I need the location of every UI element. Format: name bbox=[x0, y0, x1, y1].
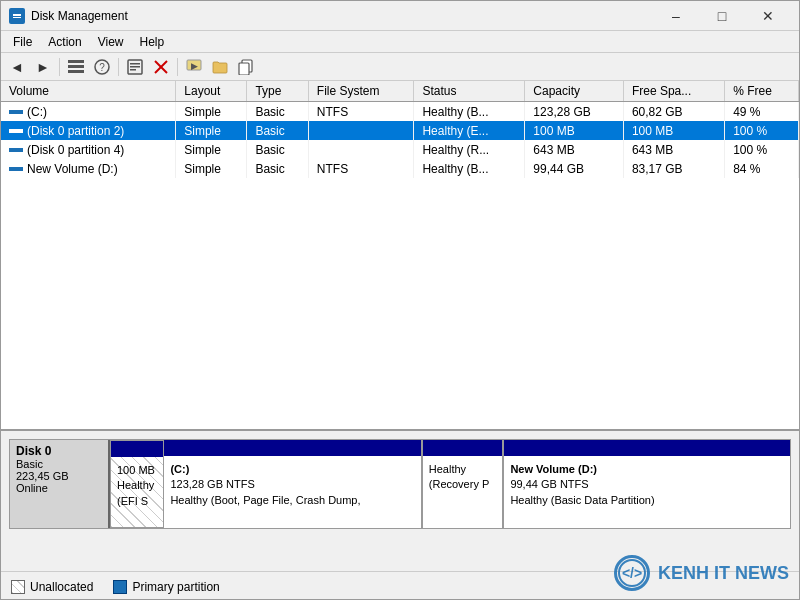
cell-type: Basic bbox=[247, 121, 308, 140]
partition-c[interactable]: (C:) 123,28 GB NTFS Healthy (Boot, Page … bbox=[164, 440, 422, 528]
partition-header-d bbox=[504, 440, 790, 456]
cell-status: Healthy (B... bbox=[414, 159, 525, 178]
svg-rect-9 bbox=[130, 63, 140, 65]
cell-pctfree: 100 % bbox=[725, 121, 799, 140]
cell-freespace: 83,17 GB bbox=[623, 159, 724, 178]
cell-volume: (Disk 0 partition 4) bbox=[1, 140, 176, 159]
title-bar: Disk Management – □ ✕ bbox=[1, 1, 799, 31]
cell-type: Basic bbox=[247, 140, 308, 159]
help-button[interactable]: ? bbox=[90, 56, 114, 78]
svg-rect-10 bbox=[130, 66, 140, 68]
toolbar-separator-1 bbox=[59, 58, 60, 76]
disk0-name: Disk 0 bbox=[16, 444, 102, 458]
partition-recovery[interactable]: Healthy (Recovery P bbox=[423, 440, 505, 528]
svg-text:</>: </> bbox=[622, 565, 642, 581]
partition-efi[interactable]: 100 MB Healthy (EFI S bbox=[110, 440, 164, 528]
cell-pctfree: 100 % bbox=[725, 140, 799, 159]
cell-layout: Simple bbox=[176, 159, 247, 178]
table-row[interactable]: (Disk 0 partition 2) Simple Basic Health… bbox=[1, 121, 799, 140]
svg-rect-19 bbox=[9, 129, 23, 133]
cell-type: Basic bbox=[247, 102, 308, 122]
table-row[interactable]: New Volume (D:) Simple Basic NTFS Health… bbox=[1, 159, 799, 178]
new-volume-button[interactable]: ▶ bbox=[182, 56, 206, 78]
legend-primary: Primary partition bbox=[113, 580, 219, 594]
cell-freespace: 60,82 GB bbox=[623, 102, 724, 122]
legend-unallocated-label: Unallocated bbox=[30, 580, 93, 594]
cell-status: Healthy (R... bbox=[414, 140, 525, 159]
svg-rect-17 bbox=[239, 63, 249, 75]
cell-layout: Simple bbox=[176, 121, 247, 140]
partition-body-c: (C:) 123,28 GB NTFS Healthy (Boot, Page … bbox=[170, 462, 414, 508]
menu-help[interactable]: Help bbox=[132, 33, 173, 51]
minimize-button[interactable]: – bbox=[653, 1, 699, 31]
menu-file[interactable]: File bbox=[5, 33, 40, 51]
partition-header-c bbox=[164, 440, 420, 456]
toolbar-separator-3 bbox=[177, 58, 178, 76]
disk0-info: Disk 0 Basic 223,45 GB Online bbox=[10, 440, 110, 528]
disk0-type: Basic bbox=[16, 458, 102, 470]
properties-button[interactable] bbox=[123, 56, 147, 78]
legend-unallocated-icon bbox=[11, 580, 25, 594]
cell-filesystem bbox=[308, 140, 414, 159]
cell-volume: (C:) bbox=[1, 102, 176, 122]
svg-rect-5 bbox=[68, 70, 84, 73]
col-volume: Volume bbox=[1, 81, 176, 102]
cell-status: Healthy (B... bbox=[414, 102, 525, 122]
col-freespace: Free Spa... bbox=[623, 81, 724, 102]
cell-capacity: 123,28 GB bbox=[525, 102, 624, 122]
col-capacity: Capacity bbox=[525, 81, 624, 102]
menu-bar: File Action View Help bbox=[1, 31, 799, 53]
menu-action[interactable]: Action bbox=[40, 33, 89, 51]
cell-filesystem: NTFS bbox=[308, 159, 414, 178]
copy-button[interactable] bbox=[234, 56, 258, 78]
svg-rect-2 bbox=[13, 17, 21, 18]
partition-d[interactable]: New Volume (D:) 99,44 GB NTFS Healthy (B… bbox=[504, 440, 790, 528]
cell-filesystem bbox=[308, 121, 414, 140]
cell-capacity: 99,44 GB bbox=[525, 159, 624, 178]
back-button[interactable]: ◄ bbox=[5, 56, 29, 78]
cell-type: Basic bbox=[247, 159, 308, 178]
maximize-button[interactable]: □ bbox=[699, 1, 745, 31]
partition-body-d: New Volume (D:) 99,44 GB NTFS Healthy (B… bbox=[510, 462, 784, 508]
legend-primary-icon bbox=[113, 580, 127, 594]
svg-rect-11 bbox=[130, 69, 136, 71]
legend-primary-label: Primary partition bbox=[132, 580, 219, 594]
col-layout: Layout bbox=[176, 81, 247, 102]
svg-text:▶: ▶ bbox=[191, 61, 198, 71]
cell-filesystem: NTFS bbox=[308, 102, 414, 122]
toolbar: ◄ ► ? ▶ bbox=[1, 53, 799, 81]
watermark-icon: </> bbox=[614, 555, 650, 591]
volumes-table: Volume Layout Type File System Status Ca… bbox=[1, 81, 799, 178]
menu-view[interactable]: View bbox=[90, 33, 132, 51]
show-disk-list-button[interactable] bbox=[64, 56, 88, 78]
disk0-row: Disk 0 Basic 223,45 GB Online 100 MB Hea… bbox=[9, 439, 791, 529]
disk-view-area: Disk 0 Basic 223,45 GB Online 100 MB Hea… bbox=[1, 431, 799, 571]
folder-button[interactable] bbox=[208, 56, 232, 78]
disk-management-window: Disk Management – □ ✕ File Action View H… bbox=[0, 0, 800, 600]
svg-rect-20 bbox=[9, 148, 23, 152]
svg-text:?: ? bbox=[99, 62, 105, 73]
close-button[interactable]: ✕ bbox=[745, 1, 791, 31]
col-status: Status bbox=[414, 81, 525, 102]
col-filesystem: File System bbox=[308, 81, 414, 102]
cell-layout: Simple bbox=[176, 140, 247, 159]
svg-rect-21 bbox=[9, 167, 23, 171]
partition-body-recovery: Healthy (Recovery P bbox=[429, 462, 497, 493]
watermark-text: KENH IT NEWS bbox=[658, 563, 789, 584]
table-header-row: Volume Layout Type File System Status Ca… bbox=[1, 81, 799, 102]
cell-capacity: 643 MB bbox=[525, 140, 624, 159]
table-row[interactable]: (C:) Simple Basic NTFS Healthy (B... 123… bbox=[1, 102, 799, 122]
disk0-partitions: 100 MB Healthy (EFI S (C:) 123,28 GB NTF… bbox=[110, 440, 790, 528]
svg-rect-3 bbox=[68, 60, 84, 63]
partition-header-recovery bbox=[423, 440, 503, 456]
cell-volume: New Volume (D:) bbox=[1, 159, 176, 178]
table-row[interactable]: (Disk 0 partition 4) Simple Basic Health… bbox=[1, 140, 799, 159]
cell-freespace: 100 MB bbox=[623, 121, 724, 140]
delete-button[interactable] bbox=[149, 56, 173, 78]
forward-button[interactable]: ► bbox=[31, 56, 55, 78]
legend-unallocated: Unallocated bbox=[11, 580, 93, 594]
svg-rect-4 bbox=[68, 65, 84, 68]
window-controls: – □ ✕ bbox=[653, 1, 791, 31]
partition-header-efi bbox=[111, 441, 163, 457]
cell-pctfree: 49 % bbox=[725, 102, 799, 122]
